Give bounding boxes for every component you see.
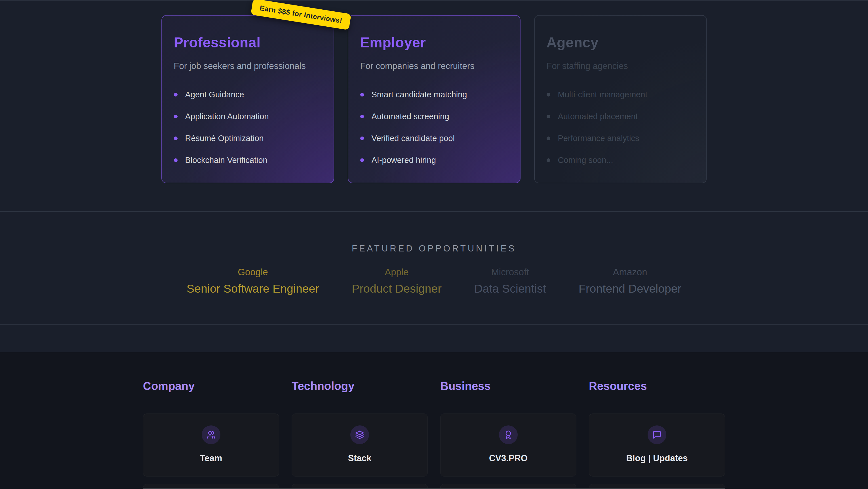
footer-card-blog[interactable]: Blog | Updates (589, 413, 725, 477)
plan-title: Professional (174, 34, 322, 51)
plan-feature-list: Agent Guidance Application Automation Ré… (174, 90, 322, 165)
plan-feature-label: Automated screening (372, 112, 449, 121)
bullet-dot-icon (360, 137, 364, 140)
featured-job-apple[interactable]: Apple Product Designer (352, 267, 442, 295)
featured-job-title: Senior Software Engineer (187, 282, 319, 295)
footer-card-label: Team (200, 453, 222, 463)
plan-feature-label: Performance analytics (558, 134, 639, 143)
plans-row: Professional For job seekers and profess… (0, 1, 868, 183)
plan-feature-label: Automated placement (558, 112, 638, 121)
plan-feature-label: Multi-client management (558, 90, 648, 99)
bullet-dot-icon (174, 115, 178, 118)
featured-company: Google (187, 267, 319, 278)
featured-job-title: Product Designer (352, 282, 442, 295)
plan-subtitle: For job seekers and professionals (174, 61, 322, 71)
plan-card-employer[interactable]: Employer For companies and recruiters Sm… (348, 15, 521, 183)
plan-feature: Application Automation (174, 112, 322, 121)
plan-title: Employer (360, 34, 508, 51)
plan-feature: Verified candidate pool (360, 134, 508, 143)
bullet-dot-icon (547, 93, 550, 96)
plan-feature: Agent Guidance (174, 90, 322, 99)
bullet-dot-icon (547, 159, 550, 162)
plan-feature-label: Blockchain Verification (185, 155, 268, 165)
footer-heading-business: Business (440, 380, 577, 393)
plan-feature: Smart candidate matching (360, 90, 508, 99)
bullet-dot-icon (174, 159, 178, 162)
footer-grid: Company Technology Business Resources Te… (143, 380, 725, 489)
featured-job-title: Frontend Developer (579, 282, 681, 295)
bullet-dot-icon (174, 137, 178, 140)
footer-card-label: Blog | Updates (626, 453, 688, 463)
plan-feature: Automated placement (547, 112, 694, 121)
featured-opportunities-section: FEATURED OPPORTUNITIES Google Senior Sof… (0, 211, 868, 324)
bullet-dot-icon (360, 159, 364, 162)
featured-heading: FEATURED OPPORTUNITIES (0, 243, 868, 254)
plan-feature: AI-powered hiring (360, 155, 508, 165)
featured-company: Amazon (579, 267, 681, 278)
bullet-dot-icon (547, 137, 550, 140)
plan-feature: Multi-client management (547, 90, 694, 99)
footer-card-label: Stack (348, 453, 372, 463)
plan-subtitle: For companies and recruiters (360, 61, 508, 71)
plan-feature-label: Coming soon... (558, 155, 613, 165)
plan-feature: Blockchain Verification (174, 155, 322, 165)
bullet-dot-icon (360, 93, 364, 96)
footer-heading-resources: Resources (589, 380, 725, 393)
layers-icon (350, 425, 369, 444)
message-square-icon (648, 425, 666, 444)
plan-card-agency: Agency For staffing agencies Multi-clien… (534, 15, 707, 183)
section-spacer (0, 324, 868, 352)
featured-job-title: Data Scientist (474, 282, 546, 295)
site-footer: Company Technology Business Resources Te… (0, 352, 868, 489)
featured-jobs-row: Google Senior Software Engineer Apple Pr… (0, 267, 868, 295)
featured-job-amazon[interactable]: Amazon Frontend Developer (579, 267, 681, 295)
featured-company: Microsoft (474, 267, 546, 278)
footer-heading-technology: Technology (291, 380, 428, 393)
plan-feature-label: Smart candidate matching (372, 90, 467, 99)
plan-title: Agency (547, 34, 694, 51)
featured-company: Apple (352, 267, 442, 278)
bottom-cutoff-strip (143, 488, 725, 489)
plan-feature-list: Smart candidate matching Automated scree… (360, 90, 508, 165)
users-icon (202, 425, 220, 444)
plan-feature: Résumé Optimization (174, 134, 322, 143)
footer-card-stack[interactable]: Stack (291, 413, 428, 477)
plan-feature-label: Verified candidate pool (372, 134, 455, 143)
plan-feature-label: Résumé Optimization (185, 134, 264, 143)
plan-feature-label: Application Automation (185, 112, 269, 121)
plan-card-professional[interactable]: Professional For job seekers and profess… (161, 15, 334, 183)
plan-feature-list: Multi-client management Automated placem… (547, 90, 694, 165)
plan-feature: Performance analytics (547, 134, 694, 143)
plan-feature: Automated screening (360, 112, 508, 121)
plan-subtitle: For staffing agencies (547, 61, 694, 71)
featured-job-microsoft[interactable]: Microsoft Data Scientist (474, 267, 546, 295)
bullet-dot-icon (174, 93, 178, 96)
plans-section: Earn $$$ for Interviews! Professional Fo… (0, 0, 868, 211)
footer-card-team[interactable]: Team (143, 413, 279, 477)
plan-feature-label: AI-powered hiring (372, 155, 436, 165)
plan-feature-label: Agent Guidance (185, 90, 244, 99)
bullet-dot-icon (360, 115, 364, 118)
featured-job-google[interactable]: Google Senior Software Engineer (187, 267, 319, 295)
bullet-dot-icon (547, 115, 550, 118)
plan-feature: Coming soon... (547, 155, 694, 165)
award-icon (499, 425, 518, 444)
footer-card-cv3pro[interactable]: CV3.PRO (440, 413, 577, 477)
footer-heading-company: Company (143, 380, 279, 393)
footer-card-label: CV3.PRO (489, 453, 528, 463)
